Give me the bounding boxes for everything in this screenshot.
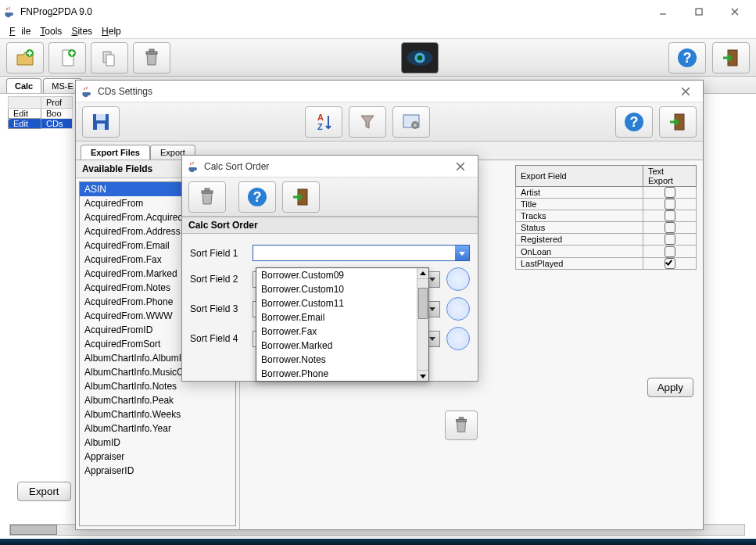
profile-row2[interactable]: CDs: [41, 119, 73, 129]
available-field-item[interactable]: AlbumChartInfo.Year: [80, 421, 235, 436]
cds-dialog-title: CDs Settings: [98, 86, 673, 97]
sort-field-1-dropdown[interactable]: Borrower.Custom09Borrower.Custom10Borrow…: [256, 267, 429, 382]
available-field-item[interactable]: AppraiserID: [80, 464, 235, 478]
dropdown-item[interactable]: Borrower.Marked: [256, 339, 428, 353]
edit-button-row1[interactable]: Edit: [9, 109, 41, 119]
dropdown-item[interactable]: Borrower.Custom11: [256, 296, 428, 310]
sort-field-3-order[interactable]: [446, 297, 470, 321]
menubar: File Tools Sites Help: [0, 23, 756, 39]
sort-section-header: Calc Sort Order: [182, 217, 478, 234]
available-field-item[interactable]: Appraiser: [80, 450, 235, 464]
export-button[interactable]: Export: [17, 482, 71, 501]
sort-field-3-label: Sort Field 3: [190, 303, 246, 314]
text-export-checkbox[interactable]: [643, 222, 697, 234]
dropdown-item[interactable]: Borrower.Custom09: [256, 268, 428, 282]
sort-field-2-order[interactable]: [446, 267, 470, 291]
dropdown-item[interactable]: Borrower.Email: [256, 310, 428, 324]
main-titlebar: FNProg2PDA 9.0: [0, 0, 756, 23]
export-field-cell[interactable]: LastPlayed: [516, 257, 643, 269]
maximize-button[interactable]: [681, 0, 717, 23]
sort-dialog-title: Calc Sort Order: [204, 161, 448, 172]
menu-sites[interactable]: Sites: [68, 24, 95, 38]
menu-help[interactable]: Help: [99, 24, 124, 38]
sort-field-1-combo[interactable]: [253, 245, 470, 261]
export-field-cell[interactable]: Artist: [516, 187, 643, 199]
col-profile: Prof: [41, 97, 73, 109]
text-export-checkbox[interactable]: [643, 234, 697, 246]
new-file-button[interactable]: [48, 42, 86, 74]
tab-export-files[interactable]: Export Files: [81, 145, 150, 160]
sort-exit-button[interactable]: [282, 181, 320, 213]
exit-button[interactable]: [712, 42, 750, 74]
taskbar: [0, 539, 756, 545]
sort-clear-button[interactable]: [188, 181, 226, 213]
java-icon: [187, 160, 199, 173]
col-export-field[interactable]: Export Field: [516, 166, 643, 187]
col-text-export[interactable]: Text Export: [643, 166, 697, 187]
menu-file[interactable]: File: [6, 24, 34, 38]
sort-help-button[interactable]: [238, 181, 276, 213]
cds-close-button[interactable]: [673, 81, 698, 102]
dropdown-item[interactable]: Borrower.Phone: [256, 367, 428, 381]
export-field-cell[interactable]: Title: [516, 199, 643, 210]
edit-button-row2[interactable]: Edit: [9, 119, 41, 129]
minimize-button[interactable]: [645, 0, 681, 23]
dropdown-item[interactable]: Borrower.Custom10: [256, 282, 428, 296]
options-button[interactable]: [392, 106, 430, 138]
sort-field-4-order[interactable]: [446, 327, 470, 350]
delete-button[interactable]: [133, 42, 170, 74]
available-field-item[interactable]: AlbumID: [80, 436, 235, 450]
menu-tools[interactable]: Tools: [37, 24, 65, 38]
export-field-cell[interactable]: OnLoan: [516, 246, 643, 257]
save-button[interactable]: [82, 106, 120, 138]
copy-file-button[interactable]: [91, 42, 128, 74]
sort-close-button[interactable]: [448, 156, 473, 177]
text-export-checkbox[interactable]: [643, 257, 697, 269]
available-field-item[interactable]: AlbumChartInfo.Peak: [80, 393, 235, 407]
dropdown-scrollbar[interactable]: [417, 268, 428, 381]
cds-exit-button[interactable]: [659, 106, 697, 138]
remove-field-button[interactable]: [445, 411, 478, 440]
available-field-item[interactable]: AlbumChartInfo.Weeks: [80, 407, 235, 421]
main-toolbar: [0, 39, 756, 77]
text-export-checkbox[interactable]: [643, 246, 697, 257]
window-title: FNProg2PDA 9.0: [20, 6, 645, 17]
profile-row1[interactable]: Boo: [41, 109, 73, 119]
sort-az-button[interactable]: [305, 106, 342, 138]
java-icon: [3, 5, 16, 18]
export-field-cell[interactable]: Status: [516, 222, 643, 234]
sort-field-2-label: Sort Field 2: [190, 274, 246, 285]
tab-calc[interactable]: Calc: [6, 78, 41, 93]
apply-button[interactable]: Apply: [647, 378, 693, 397]
java-icon: [81, 85, 93, 98]
dropdown-item[interactable]: Borrower.Notes: [256, 353, 428, 367]
preview-eye-button[interactable]: [401, 42, 439, 74]
text-export-checkbox[interactable]: [643, 210, 697, 222]
dropdown-item[interactable]: Borrower.Fax: [256, 324, 428, 339]
sort-field-1-label: Sort Field 1: [190, 248, 246, 259]
export-field-cell[interactable]: Registered: [516, 234, 643, 246]
new-folder-button[interactable]: [6, 42, 44, 74]
help-button[interactable]: [668, 42, 706, 74]
text-export-checkbox[interactable]: [643, 199, 697, 210]
export-field-cell[interactable]: Tracks: [516, 210, 643, 222]
sort-field-4-label: Sort Field 4: [190, 333, 246, 344]
text-export-checkbox[interactable]: [643, 187, 697, 199]
cds-help-button[interactable]: [615, 106, 653, 138]
chevron-down-icon[interactable]: [455, 246, 469, 260]
filter-button[interactable]: [349, 106, 386, 138]
export-fields-table: Export Field Text Export ArtistTitleTrac…: [515, 165, 697, 270]
close-button[interactable]: [717, 0, 753, 23]
